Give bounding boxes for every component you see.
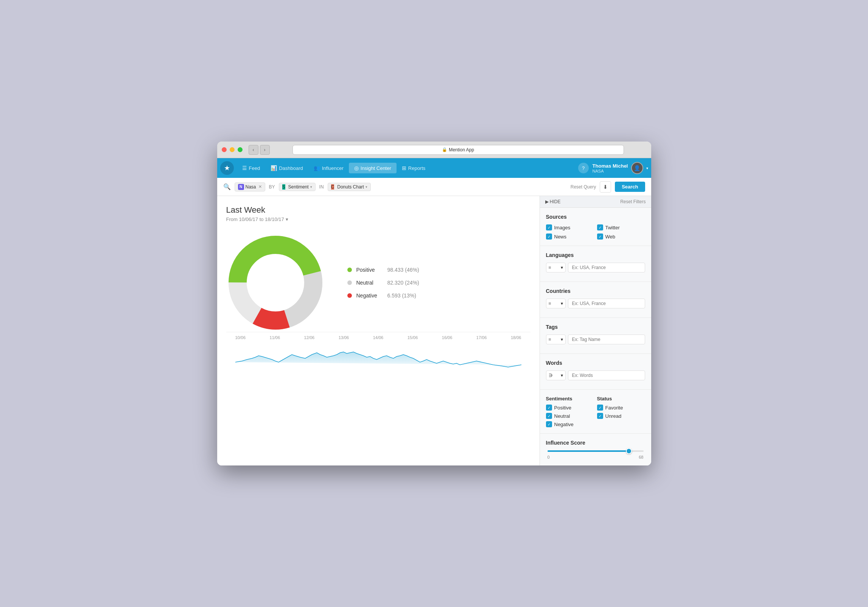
sentiments-status-section: Sentiments Positive Neutral Negative: [540, 390, 651, 434]
status-favorite-cb[interactable]: [597, 405, 603, 411]
sentiment-tag-letter: S: [282, 184, 285, 190]
sentiment-negative-cb[interactable]: [546, 421, 552, 427]
legend-neutral: Neutral 82.320 (24%): [347, 280, 419, 286]
donut-svg: [226, 233, 325, 332]
donuts-chevron-icon: ▾: [366, 185, 367, 189]
back-arrow[interactable]: ‹: [249, 145, 258, 155]
negative-label: Negative: [356, 293, 383, 299]
by-label: BY: [269, 184, 275, 190]
nasa-tag-remove[interactable]: ✕: [258, 184, 262, 189]
url-text: Mention App: [449, 147, 474, 153]
chart-title: Last Week: [226, 205, 530, 215]
legend-positive: Positive 98.433 (46%): [347, 267, 419, 273]
nav-label-influencer: Influencer: [322, 165, 344, 171]
nav-item-dashboard[interactable]: 📊 Dashboard: [265, 163, 308, 173]
languages-operator[interactable]: = ▾: [546, 263, 566, 272]
source-images-checkbox[interactable]: [546, 224, 552, 230]
user-avatar: 👤: [631, 162, 643, 174]
help-button[interactable]: ?: [578, 163, 589, 173]
countries-input[interactable]: [568, 299, 645, 308]
slider-thumb[interactable]: [626, 448, 632, 454]
languages-input[interactable]: [568, 263, 645, 272]
minimize-button[interactable]: [230, 147, 235, 152]
traffic-lights: [222, 147, 243, 152]
reports-icon: ⊞: [402, 165, 406, 171]
mac-window: ‹ › 🔒 Mention App ★ ☰ Feed 📊 Dashboard 👥…: [217, 142, 651, 465]
source-images-label: Images: [554, 225, 571, 230]
words-input[interactable]: [568, 370, 645, 380]
chart-legend: Positive 98.433 (46%) Neutral 82.320 (24…: [347, 267, 419, 299]
sentiment-positive[interactable]: Positive: [546, 405, 594, 411]
in-label: IN: [319, 184, 324, 190]
close-button[interactable]: [222, 147, 227, 152]
negative-value: 6.593 (13%): [387, 293, 416, 299]
donuts-chart-filter[interactable]: C Donuts Chart ▾: [328, 183, 371, 191]
source-images[interactable]: Images: [546, 224, 594, 230]
source-news-label: News: [554, 234, 567, 240]
sentiments-title: Sentiments: [546, 396, 594, 402]
source-web[interactable]: Web: [597, 233, 645, 240]
user-dropdown-arrow: ▾: [646, 166, 648, 170]
user-info[interactable]: Thomas Michel NASA 👤 ▾: [593, 162, 648, 174]
sentiment-positive-cb[interactable]: [546, 405, 552, 411]
tags-input[interactable]: [568, 335, 645, 344]
sentiment-neutral-cb[interactable]: [546, 413, 552, 419]
nav-label-reports: Reports: [408, 165, 426, 171]
sentiment-filter[interactable]: S Sentiment ▾: [279, 183, 316, 191]
sentiments-col: Sentiments Positive Neutral Negative: [546, 396, 594, 427]
timeline-label-0: 10/06: [235, 335, 246, 340]
reset-query-btn[interactable]: Reset Query: [571, 184, 596, 190]
countries-section: Countries = ▾: [540, 282, 651, 318]
timeline-label-4: 14/06: [373, 335, 384, 340]
nasa-tag-letter: N: [238, 184, 244, 190]
status-favorite[interactable]: Favorite: [597, 405, 645, 411]
op-chevron-icon-3: ▾: [561, 337, 563, 342]
hide-button[interactable]: ▶ HIDE: [545, 199, 561, 204]
status-unread-cb[interactable]: [597, 413, 603, 419]
countries-operator[interactable]: = ▾: [546, 299, 566, 308]
words-filter-row: ∋ ▾: [546, 370, 645, 380]
nav-item-reports[interactable]: ⊞ Reports: [397, 163, 431, 173]
download-button[interactable]: ⬇: [600, 181, 611, 193]
neutral-value: 82.320 (24%): [387, 280, 419, 286]
influence-slider[interactable]: 0 68: [546, 450, 645, 459]
neutral-label: Neutral: [356, 280, 383, 286]
chart-date[interactable]: From 10/06/17 to 18/10/17 ▾: [226, 216, 530, 222]
app-logo[interactable]: ★: [220, 161, 234, 175]
nav-item-feed[interactable]: ☰ Feed: [237, 163, 266, 173]
tags-operator[interactable]: = ▾: [546, 335, 566, 344]
words-title: Words: [546, 360, 645, 366]
sources-title: Sources: [546, 214, 645, 220]
sentiment-chevron-icon: ▾: [310, 185, 312, 189]
source-twitter-checkbox[interactable]: [597, 224, 603, 230]
fullscreen-button[interactable]: [238, 147, 243, 152]
nasa-tag-label: Nasa: [246, 184, 256, 190]
slider-min: 0: [548, 455, 550, 459]
source-news-checkbox[interactable]: [546, 233, 552, 240]
words-operator[interactable]: ∋ ▾: [546, 370, 566, 380]
sidebar: ▶ HIDE Reset Filters Sources Images Twit…: [540, 196, 651, 465]
sentiment-neutral[interactable]: Neutral: [546, 413, 594, 419]
search-button[interactable]: Search: [615, 182, 645, 192]
reset-filters-btn[interactable]: Reset Filters: [620, 199, 646, 204]
nav-items: ☰ Feed 📊 Dashboard 👥 Influencer ◎ Insigh…: [237, 163, 578, 173]
donut-chart: [226, 233, 325, 332]
countries-filter-row: = ▾: [546, 299, 645, 308]
search-icon[interactable]: 🔍: [223, 183, 231, 190]
status-unread[interactable]: Unread: [597, 413, 645, 419]
languages-section: Languages = ▾: [540, 246, 651, 282]
source-web-checkbox[interactable]: [597, 233, 603, 240]
nav-item-influencer[interactable]: 👥 Influencer: [308, 163, 349, 173]
timeline-area: 10/06 11/06 12/06 13/06 14/06 15/06 16/0…: [226, 332, 530, 379]
source-twitter[interactable]: Twitter: [597, 224, 645, 230]
timeline-label-7: 17/06: [476, 335, 487, 340]
nav-item-insight-center[interactable]: ◎ Insight Center: [349, 163, 397, 173]
source-web-label: Web: [605, 234, 616, 240]
url-bar[interactable]: 🔒 Mention App: [292, 145, 624, 155]
forward-arrow[interactable]: ›: [260, 145, 270, 155]
search-bar: 🔍 N Nasa ✕ BY S Sentiment ▾ IN C Donuts …: [217, 178, 651, 196]
filter-tag-nasa[interactable]: N Nasa ✕: [235, 182, 265, 191]
source-news[interactable]: News: [546, 233, 594, 240]
slider-labels: 0 68: [548, 455, 644, 459]
sentiment-negative[interactable]: Negative: [546, 421, 594, 427]
